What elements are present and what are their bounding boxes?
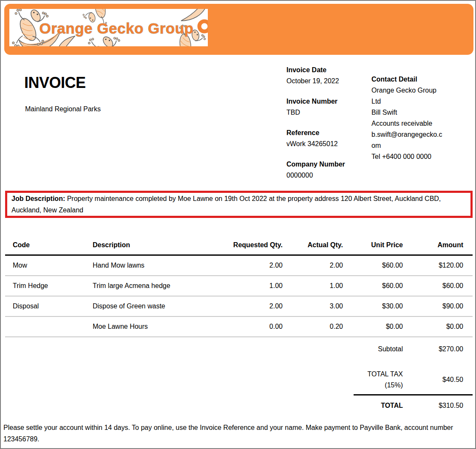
gecko-tail-icon-topright [181, 9, 206, 21]
contact-heading: Contact Detail [371, 74, 445, 85]
logo-text: Orange Gecko Group [40, 20, 194, 37]
gecko-tail-icon-bottom [59, 36, 75, 46]
subtotal-label: Subtotal [5, 344, 403, 355]
brand-banner: Orange Gecko Group [4, 4, 473, 55]
totals-section: Subtotal $270.00 TOTAL TAX (15%) $40.50 … [5, 338, 473, 411]
cell-code: Disposal [5, 296, 93, 316]
table-row: Disposal Dispose of Green waste 2.00 3.0… [5, 296, 473, 316]
cell-description: Moe Lawne Hours [93, 316, 198, 337]
meta-value: TBD [286, 107, 369, 118]
meta-value: October 19, 2022 [286, 76, 369, 87]
cell-code: Mow [5, 255, 93, 276]
column-header-amount: Amount [403, 237, 473, 255]
meta-label: Reference [286, 127, 369, 138]
total-value: $310.50 [403, 400, 473, 411]
cell-code: Trim Hedge [5, 276, 93, 296]
cell-description: Dispose of Green waste [93, 296, 198, 316]
contact-person: Bill Swift [371, 107, 445, 118]
table-row: Moe Lawne Hours 0.00 0.20 $0.00 $0.00 [5, 316, 473, 337]
cell-actual-qty: 2.00 [283, 255, 343, 276]
cell-requested-qty: 0.00 [198, 316, 283, 337]
contact-company: Orange Gecko Group Ltd [371, 85, 445, 107]
tax-row: TOTAL TAX (15%) $40.50 [5, 369, 473, 391]
table-row: Mow Hand Mow lawns 2.00 2.00 $60.00 $120… [5, 255, 473, 276]
cell-actual-qty: 0.20 [283, 316, 343, 337]
job-description-text: Property maintenance completed by Moe La… [11, 195, 441, 214]
cell-code [5, 316, 93, 337]
column-header-requested-qty: Requested Qty. [198, 237, 283, 255]
cell-description: Trim large Acmena hedge [93, 276, 198, 296]
cell-amount: $60.00 [403, 276, 473, 296]
contact-role: Accounts receivable [371, 118, 445, 129]
subtotal-value: $270.00 [403, 344, 473, 355]
cell-actual-qty: 3.00 [283, 296, 343, 316]
customer-name: Mainland Regional Parks [25, 105, 101, 113]
meta-invoice-date: Invoice Date October 19, 2022 [286, 65, 369, 87]
column-header-code: Code [5, 237, 93, 255]
job-description-box: Job Description: Property maintenance co… [5, 191, 473, 218]
table-header-row: Code Description Requested Qty. Actual Q… [5, 237, 473, 255]
contact-phone: Tel +6400 000 0000 [371, 151, 445, 162]
job-description-label: Job Description: [11, 195, 65, 202]
meta-label: Invoice Date [286, 65, 369, 76]
cell-unit-price: $30.00 [343, 296, 403, 316]
tax-label: TOTAL TAX (15%) [5, 369, 403, 391]
tax-value: $40.50 [403, 374, 473, 385]
invoice-meta: Invoice Date October 19, 2022 Invoice Nu… [286, 65, 369, 190]
cell-amount: $0.00 [403, 316, 473, 337]
company-logo: Orange Gecko Group [9, 9, 208, 46]
total-row: TOTAL $310.50 [5, 395, 473, 411]
meta-label: Invoice Number [286, 96, 369, 107]
column-header-actual-qty: Actual Qty. [283, 237, 343, 255]
meta-value: 0000000 [286, 170, 369, 181]
cell-amount: $90.00 [403, 296, 473, 316]
cell-requested-qty: 2.00 [198, 296, 283, 316]
total-label: TOTAL [5, 400, 403, 411]
cell-requested-qty: 2.00 [198, 255, 283, 276]
page-title: INVOICE [24, 74, 86, 92]
cell-unit-price: $0.00 [343, 316, 403, 337]
meta-invoice-number: Invoice Number TBD [286, 96, 369, 118]
meta-company-number: Company Number 0000000 [286, 159, 369, 181]
meta-value: vWork 34265012 [286, 138, 369, 150]
items-table: Code Description Requested Qty. Actual Q… [5, 237, 473, 337]
meta-reference: Reference vWork 34265012 [286, 127, 369, 150]
cell-description: Hand Mow lawns [93, 255, 198, 276]
column-header-description: Description [93, 237, 198, 255]
cell-unit-price: $60.00 [343, 255, 403, 276]
tax-label-line1: TOTAL TAX [5, 369, 403, 380]
gecko-logo-art: Orange Gecko Group [9, 9, 208, 46]
table-row: Trim Hedge Trim large Acmena hedge 1.00 … [5, 276, 473, 296]
invoice-page: Orange Gecko Group INVOICE Mainland Regi… [0, 0, 476, 449]
meta-label: Company Number [286, 159, 369, 170]
donut-icon [199, 21, 208, 31]
cell-unit-price: $60.00 [343, 276, 403, 296]
tax-label-line2: (15%) [5, 380, 403, 391]
contact-email: b.swift@orangegecko.com [371, 129, 445, 151]
payment-terms-note: Please settle your account within 14 day… [3, 422, 473, 445]
column-header-unit-price: Unit Price [343, 237, 403, 255]
subtotal-row: Subtotal $270.00 [5, 344, 473, 355]
contact-detail: Contact Detail Orange Gecko Group Ltd Bi… [371, 74, 445, 162]
cell-requested-qty: 1.00 [198, 276, 283, 296]
cell-actual-qty: 1.00 [283, 276, 343, 296]
cell-amount: $120.00 [403, 255, 473, 276]
